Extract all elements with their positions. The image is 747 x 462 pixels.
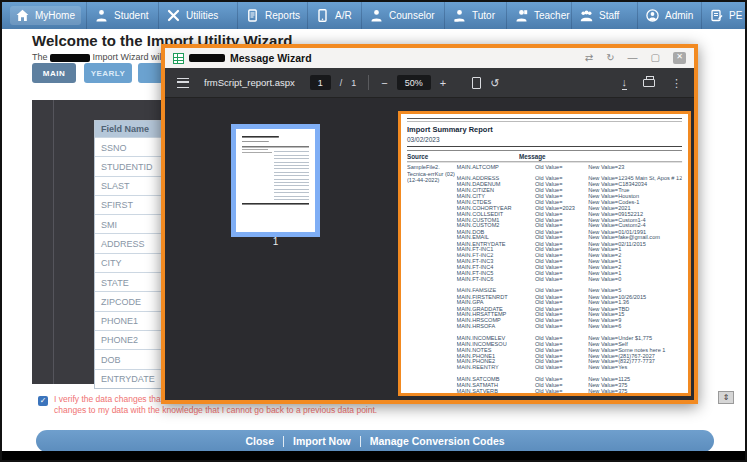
- pdf-filename: frmScript_report.aspx: [204, 77, 295, 88]
- rotate-icon[interactable]: ↺: [490, 76, 499, 90]
- tab-main[interactable]: MAIN: [32, 63, 76, 83]
- home-icon: [16, 9, 29, 22]
- nav-label: Teacher: [534, 10, 570, 21]
- report-icon: [246, 9, 259, 22]
- report-message-row: MAIN.SATVERB Old Value= New Value=375: [457, 389, 683, 395]
- tablet-icon: [316, 9, 329, 22]
- nav-label: A/R: [335, 10, 352, 21]
- import-now-button[interactable]: Import Now: [284, 435, 360, 447]
- thumbnail-page-preview: [242, 135, 309, 206]
- page-subtitle: The Import Wizard will he: [32, 52, 176, 62]
- person-icon: [95, 9, 108, 22]
- subtitle-prefix: The: [32, 52, 48, 62]
- nav-label: Counselor: [389, 10, 435, 21]
- old-value: Old Value=: [535, 395, 588, 396]
- pdf-content-area: 1 Import Summary Report 03/02/2023 Sourc…: [165, 98, 694, 400]
- group-icon: [580, 9, 593, 22]
- new-value: New Value=375: [588, 389, 682, 395]
- nav-label: Reports: [265, 10, 300, 21]
- person-icon: [515, 9, 528, 22]
- old-value: Old Value=: [535, 389, 588, 395]
- nav-label: Staff: [599, 10, 619, 21]
- top-navbar: MyHome Student Utilities Reports A/R Cou…: [2, 2, 747, 29]
- app-window: MyHome Student Utilities Reports A/R Cou…: [0, 0, 747, 462]
- close-icon[interactable]: ✕: [673, 52, 686, 64]
- field-name: MAIN.SATVERB: [457, 389, 535, 395]
- scrollbar-button[interactable]: ⇕: [718, 391, 734, 404]
- download-icon[interactable]: ↓: [622, 75, 628, 90]
- nav-label: Tutor: [472, 10, 495, 21]
- report-top-rule: [407, 118, 682, 122]
- zoom-out-button[interactable]: −: [381, 76, 387, 90]
- clipboard-icon: [710, 9, 723, 22]
- nav-item-admin[interactable]: Admin: [638, 2, 702, 29]
- footer-action-bar: Close Import Now Manage Conversion Codes: [36, 430, 714, 452]
- redaction-block: [50, 54, 90, 62]
- import-summary-report-panel: Import Summary Report 03/02/2023 Source …: [398, 111, 691, 396]
- page-divider: /: [340, 78, 343, 88]
- maximize-icon[interactable]: ▢: [651, 53, 660, 63]
- nav-item-myhome[interactable]: MyHome: [2, 2, 87, 29]
- new-value: New Value=375: [588, 395, 682, 396]
- report-message-row: MAIN.SATWRITING Old Value= New Value=375: [457, 395, 683, 396]
- tab-yearly[interactable]: YEARLY: [84, 63, 132, 83]
- window-controls: ⇄ ↻ — ▢ ✕: [585, 52, 686, 64]
- report-message-list: MAIN.ALTCOMP Old Value= New Value=23: [457, 164, 683, 396]
- pdf-page-thumbnail[interactable]: [231, 124, 320, 237]
- message-column-header: Message: [519, 153, 546, 160]
- nav-item-student[interactable]: Student: [87, 2, 159, 29]
- page-number-input[interactable]: 1: [310, 75, 331, 90]
- report-column-headers: Source Message: [407, 151, 682, 162]
- nav-item-utilities[interactable]: Utilities: [159, 2, 238, 29]
- nav-item-pe-portal[interactable]: PE Por: [702, 2, 747, 29]
- page-total: 1: [351, 78, 356, 88]
- overflow-menu-icon[interactable]: ⋮: [671, 76, 682, 90]
- nav-label: Student: [114, 10, 148, 21]
- nav-item-teacher[interactable]: Teacher: [507, 2, 572, 29]
- window-bottom-strip: [2, 451, 747, 460]
- report-title: Import Summary Report: [407, 125, 682, 134]
- refresh-icon[interactable]: ↻: [606, 53, 614, 63]
- nav-label: Admin: [665, 10, 693, 21]
- message-wizard-modal: Message Wizard ⇄ ↻ — ▢ ✕ frmScript_repor…: [161, 44, 698, 404]
- verify-line2: changes to my data with the knowledge th…: [54, 405, 616, 416]
- thumbnail-page-number: 1: [231, 236, 320, 247]
- nav-item-counselor[interactable]: Counselor: [362, 2, 445, 29]
- divider: [368, 75, 369, 90]
- report-source-cell: SampleFile2. Tecnica-errKur (02)(12-44-2…: [407, 164, 457, 396]
- menu-icon[interactable]: [177, 78, 189, 88]
- person-icon: [370, 9, 383, 22]
- person-circle-icon: [646, 9, 659, 22]
- close-button[interactable]: Close: [236, 435, 283, 447]
- field-name: MAIN.SATWRITING: [457, 395, 535, 396]
- report-body: SampleFile2. Tecnica-errKur (02)(12-44-2…: [407, 164, 682, 396]
- tools-icon: [167, 9, 180, 22]
- modal-title: Message Wizard: [230, 52, 312, 64]
- zoom-in-button[interactable]: +: [440, 76, 446, 90]
- report-date: 03/02/2023: [407, 136, 682, 143]
- verify-checkbox[interactable]: ✓: [38, 396, 48, 406]
- fit-page-icon[interactable]: [472, 77, 481, 89]
- nav-label: Utilities: [186, 10, 218, 21]
- pdf-toolbar: frmScript_report.aspx 1 / 1 − 50% + ↺ ↓ …: [165, 68, 694, 98]
- preview-panel-divider: [53, 100, 54, 384]
- minimize-icon[interactable]: —: [628, 53, 638, 63]
- nav-item-staff[interactable]: Staff: [572, 2, 638, 29]
- source-column-header: Source: [407, 153, 519, 160]
- nav-item-reports[interactable]: Reports: [238, 2, 308, 29]
- nav-item-ar[interactable]: A/R: [308, 2, 362, 29]
- zoom-level-input[interactable]: 50%: [397, 75, 431, 90]
- toolbar-right-group: ↓ ⋮: [622, 75, 683, 90]
- manage-conversion-codes-button[interactable]: Manage Conversion Codes: [361, 435, 514, 447]
- modal-titlebar[interactable]: Message Wizard ⇄ ↻ — ▢ ✕: [165, 48, 694, 68]
- nav-label: MyHome: [35, 10, 75, 21]
- print-icon[interactable]: [643, 79, 655, 87]
- nav-item-tutor[interactable]: Tutor: [445, 2, 507, 29]
- person-icon: [453, 9, 466, 22]
- source-line: Tecnica-errKur (02)(12-44-2022): [407, 171, 457, 184]
- redaction-block: [189, 54, 225, 62]
- spreadsheet-icon: [173, 53, 184, 64]
- flip-icon[interactable]: ⇄: [585, 53, 593, 63]
- nav-label: PE Por: [729, 10, 747, 21]
